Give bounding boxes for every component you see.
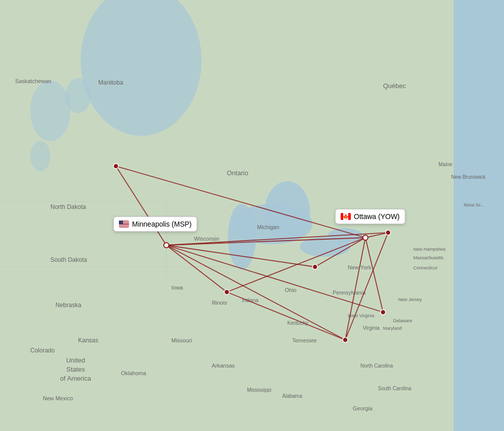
label-colorado: Colorado <box>30 347 55 354</box>
label-saskatchewan: Saskatchewan <box>15 78 51 84</box>
label-maryland: Maryland <box>383 326 402 331</box>
label-nebraska: Nebraska <box>55 302 82 309</box>
airport-dot-n7 <box>381 310 386 315</box>
label-united-states-2: States <box>67 366 85 373</box>
label-indiana: Indiana <box>242 298 259 303</box>
label-kansas: Kansas <box>78 337 98 344</box>
label-united-states-3: of America <box>60 375 91 382</box>
label-new-mexico: New Mexico <box>43 395 73 401</box>
label-ontario: Ontario <box>227 169 248 177</box>
label-wisconsin: Wisconsin <box>194 236 219 242</box>
label-iowa: Iowa <box>171 284 183 291</box>
label-georgia: Georgia <box>353 405 373 411</box>
airport-dot-n4 <box>312 264 318 269</box>
label-alabama: Alabama <box>282 393 302 399</box>
label-new-hampshire: New Hampshire <box>413 247 446 252</box>
label-illinois: Illinois <box>212 300 227 306</box>
svg-point-9 <box>66 78 91 113</box>
label-north-carolina: North Carolina <box>360 363 393 369</box>
label-quebec: Québec <box>383 82 406 90</box>
label-united-states-1: United <box>66 356 85 364</box>
airport-dot-n1 <box>113 164 118 169</box>
airport-dot-yow <box>363 235 368 240</box>
label-virginia: Virginia <box>363 325 380 331</box>
airport-dot-msp <box>164 243 169 248</box>
label-connecticut: Connecticut <box>413 265 437 270</box>
map-svg: Saskatchewan Manitoba Ontario Québec New… <box>0 0 504 431</box>
svg-point-4 <box>228 204 256 269</box>
svg-point-5 <box>265 181 310 242</box>
label-missouri: Missouri <box>171 337 192 343</box>
airport-dot-n8 <box>343 337 348 342</box>
airport-dot-n6 <box>386 230 391 235</box>
label-manitoba: Manitoba <box>98 79 123 86</box>
label-delaware: Delaware <box>393 318 412 323</box>
svg-point-8 <box>30 81 71 141</box>
label-oklahoma: Oklahoma <box>121 370 147 376</box>
map-container: Saskatchewan Manitoba Ontario Québec New… <box>0 0 504 431</box>
label-arkansas: Arkansas <box>212 363 235 369</box>
label-west-virginia: West Virginia <box>348 313 374 318</box>
label-nova-scotia: Nova Sc... <box>464 202 485 207</box>
label-massachusetts: Massachusetts <box>413 255 444 260</box>
label-pennsylvania: Pennsylvania <box>333 290 366 296</box>
label-south-dakota: South Dakota <box>50 256 87 263</box>
label-mississippi: Mississippi <box>247 387 271 393</box>
label-tennessee: Tennessee <box>292 338 317 343</box>
svg-rect-1 <box>454 0 504 431</box>
airport-dot-n3 <box>224 290 229 295</box>
label-ohio: Ohio <box>285 287 296 293</box>
label-michigan: Michigan <box>257 224 279 230</box>
svg-point-10 <box>30 141 50 171</box>
label-north-dakota: North Dakota <box>50 203 86 210</box>
label-maine: Maine <box>438 162 453 167</box>
label-new-jersey: New Jersey <box>398 297 422 302</box>
label-new-brunswick: New Brunswick <box>451 174 486 180</box>
label-south-carolina: South Carolina <box>378 386 412 391</box>
